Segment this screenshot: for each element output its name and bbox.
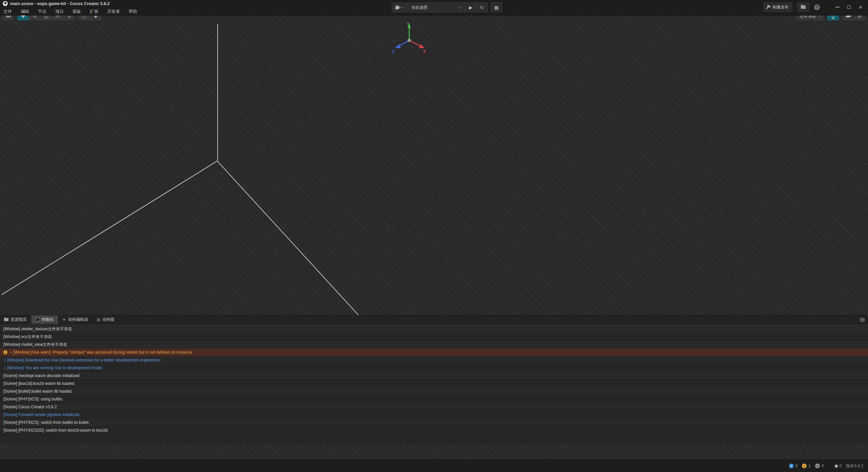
scene-selector-value: 当前场景 bbox=[411, 5, 428, 11]
play-icon: ▶ bbox=[469, 5, 473, 10]
warning-icon: ! bbox=[802, 464, 807, 468]
axis-gizmo[interactable]: Y X Z bbox=[391, 22, 428, 59]
qr-grid-icon: ▦ bbox=[494, 5, 499, 10]
log-row[interactable]: [Scene] [PHYSICS]: switch from builtin t… bbox=[0, 419, 868, 427]
menubar-item-3[interactable]: 项目 bbox=[55, 9, 64, 15]
build-publish-button[interactable]: 构建发布 bbox=[764, 2, 792, 12]
header-bar: main.scene - oops-game-kit - Cocos Creat… bbox=[0, 0, 868, 16]
log-row[interactable]: [Scene] [bullet]:bullet wasm lib loaded. bbox=[0, 388, 868, 395]
log-row[interactable]: [Window] render_texture文件夹不存在 bbox=[0, 325, 868, 333]
log-row[interactable]: [Scene] [PHYSICS]: using builtin. bbox=[0, 395, 868, 403]
log-text: [Window] model_view文件夹不存在 bbox=[3, 342, 67, 348]
platform-selector[interactable] bbox=[392, 2, 408, 13]
menubar-item-7[interactable]: 帮助 bbox=[129, 9, 137, 15]
world-grid-axis-line bbox=[1, 161, 217, 295]
cocos-logo-icon bbox=[3, 1, 8, 6]
maximize-icon bbox=[847, 5, 851, 9]
log-text: [Scene] [PHYSICS]: using builtin. bbox=[3, 397, 63, 401]
log-text: [Scene] [PHYSICS]: switch from builtin t… bbox=[3, 420, 90, 425]
error-count: 0 bbox=[822, 464, 824, 468]
close-button[interactable]: × bbox=[857, 4, 864, 11]
maximize-button[interactable] bbox=[846, 4, 852, 11]
log-row[interactable]: [Window] ecs文件夹不存在 bbox=[0, 333, 868, 341]
menubar-item-6[interactable]: 开发者 bbox=[107, 9, 120, 15]
scene-selector[interactable]: 当前场景 bbox=[408, 2, 465, 13]
notification-count: 0 bbox=[840, 464, 842, 468]
expand-chevron-icon[interactable] bbox=[9, 351, 12, 353]
log-text: [Window] [Vue warn]: Property "onInput" … bbox=[13, 350, 193, 355]
tab-label: 动画编辑器 bbox=[68, 317, 88, 322]
log-text: [Window] You are running Vue in developm… bbox=[7, 366, 103, 370]
status-warning-counter[interactable]: ! 1 bbox=[802, 464, 811, 468]
expand-chevron-icon[interactable] bbox=[3, 359, 5, 361]
expand-chevron-icon[interactable] bbox=[3, 367, 5, 369]
planet-icon bbox=[395, 5, 399, 9]
tab-label: 控制台 bbox=[42, 317, 54, 322]
log-row[interactable]: [Scene] [box2d]:box2d wasm lib loaded. bbox=[0, 380, 868, 388]
preview-qr-button[interactable]: ▦ bbox=[491, 2, 502, 13]
log-row[interactable]: [Scene] [PHYSICS2D]: switch from box2d-w… bbox=[0, 427, 868, 434]
log-row[interactable]: [Window] You are running Vue in developm… bbox=[0, 364, 868, 372]
log-text: [Window] ecs文件夹不存在 bbox=[3, 334, 52, 340]
reload-icon: ↻ bbox=[480, 5, 484, 10]
tab-animation-editor[interactable]: ✦动画编辑器 bbox=[58, 315, 93, 324]
minimize-button[interactable] bbox=[834, 4, 841, 11]
status-bar: i 3 ! 1 × 0 0 版本3.8.2 bbox=[0, 459, 868, 472]
status-error-counter[interactable]: × 0 bbox=[815, 464, 824, 468]
error-icon: × bbox=[815, 464, 820, 468]
console-panel: 资源预览›_控制台✦动画编辑器⊞动画图 清空 正则 LogInfoWarning… bbox=[0, 315, 868, 444]
log-row[interactable]: [Scene] Forward render pipeline initiali… bbox=[0, 411, 868, 419]
help-button[interactable]: ? bbox=[814, 4, 820, 10]
log-text: [Scene] [PHYSICS2D]: switch from box2d-w… bbox=[3, 428, 108, 433]
world-grid-axis-line bbox=[217, 161, 359, 315]
menubar-item-2[interactable]: 节点 bbox=[38, 9, 46, 15]
animation-graph-icon: ⊞ bbox=[97, 317, 100, 322]
log-text: [Window] Download the Vue Devtools exten… bbox=[7, 358, 161, 362]
hammer-icon bbox=[766, 5, 769, 9]
log-row[interactable]: [Scene] Cocos Creator v3.8.2 bbox=[0, 403, 868, 411]
warning-count: 1 bbox=[808, 464, 811, 468]
tab-label: 动画图 bbox=[102, 317, 114, 322]
open-project-folder-button[interactable] bbox=[797, 2, 809, 12]
build-publish-label: 构建发布 bbox=[772, 4, 789, 10]
menubar-item-5[interactable]: 扩展 bbox=[90, 9, 98, 15]
log-row[interactable]: [Scene] meshopt wasm decoder initialized bbox=[0, 372, 868, 380]
console-tabbar: 资源预览›_控制台✦动画编辑器⊞动画图 bbox=[0, 315, 868, 324]
cocos-creator-window: main.scene - oops-game-kit - Cocos Creat… bbox=[0, 0, 868, 472]
version-label: 版本3.8.2 bbox=[846, 463, 863, 469]
log-text: [Scene] Cocos Creator v3.8.2 bbox=[3, 405, 57, 409]
terminal-icon: ›_ bbox=[35, 318, 40, 321]
console-log-list[interactable]: [Window] render_texture文件夹不存在[Window] ec… bbox=[0, 325, 868, 444]
log-text: [Scene] meshopt wasm decoder initialized bbox=[3, 373, 79, 378]
menubar-item-0[interactable]: 文件 bbox=[3, 9, 12, 15]
titlebar: main.scene - oops-game-kit - Cocos Creat… bbox=[3, 1, 110, 6]
menubar-item-4[interactable]: 面板 bbox=[73, 9, 81, 15]
menubar: 文件编辑节点项目面板扩展开发者帮助 bbox=[3, 9, 137, 15]
restart-button[interactable]: ↻ bbox=[476, 2, 488, 13]
tab-terminal[interactable]: ›_控制台 bbox=[31, 315, 58, 324]
log-text: [Window] render_texture文件夹不存在 bbox=[3, 326, 72, 332]
log-row[interactable]: [Window] Download the Vue Devtools exten… bbox=[0, 356, 868, 364]
gizmo-z-label: Z bbox=[392, 49, 394, 54]
log-text: [Scene] [box2d]:box2d wasm lib loaded. bbox=[3, 381, 75, 386]
gizmo-x-label: X bbox=[423, 49, 426, 54]
log-text: [Scene] [bullet]:bullet wasm lib loaded. bbox=[3, 389, 73, 394]
status-info-counter[interactable]: i 3 bbox=[789, 464, 798, 468]
tab-animation-graph[interactable]: ⊞动画图 bbox=[93, 315, 119, 324]
bell-icon bbox=[835, 465, 838, 467]
play-button[interactable]: ▶ bbox=[465, 2, 476, 13]
info-icon: i bbox=[789, 464, 794, 468]
world-y-axis-line bbox=[217, 24, 218, 161]
minimize-icon bbox=[835, 7, 840, 7]
folder-icon bbox=[801, 5, 806, 9]
tab-assets-preview[interactable]: 资源预览 bbox=[0, 315, 31, 324]
log-row[interactable]: [Window] model_view文件夹不存在 bbox=[0, 341, 868, 349]
log-row[interactable]: ![Window] [Vue warn]: Property "onInput"… bbox=[0, 349, 868, 356]
panel-menu-icon[interactable] bbox=[860, 319, 865, 320]
status-notification-counter[interactable]: 0 bbox=[835, 464, 842, 468]
window-title: main.scene - oops-game-kit - Cocos Creat… bbox=[10, 1, 110, 6]
tab-label: 资源预览 bbox=[11, 317, 27, 322]
menubar-item-1[interactable]: 编辑 bbox=[21, 9, 29, 15]
animation-editor-icon: ✦ bbox=[62, 317, 66, 322]
gizmo-y-label: Y bbox=[407, 22, 410, 27]
